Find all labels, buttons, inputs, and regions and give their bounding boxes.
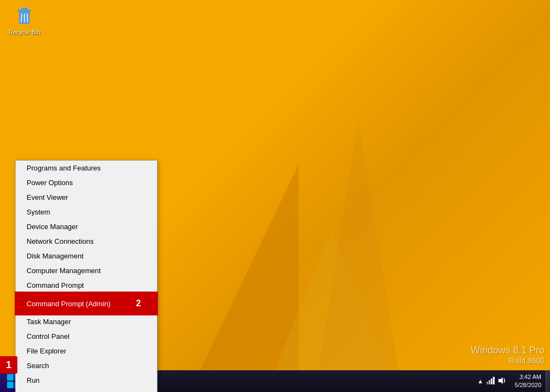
menu-item-shut-down-sign-out[interactable]: Shut down or sign out▶: [16, 388, 157, 392]
menu-item-label-event-viewer: Event Viewer: [27, 193, 68, 201]
svg-rect-17: [491, 378, 492, 384]
menu-item-control-panel[interactable]: Control Panel: [16, 329, 157, 344]
menu-item-label-network-connections: Network Connections: [27, 237, 94, 245]
recycle-bin-label: Recycle Bin: [9, 29, 40, 35]
svg-rect-15: [486, 382, 488, 384]
menu-item-badge-command-prompt-admin: 2: [131, 296, 146, 311]
menu-item-label-programs-features: Programs and Features: [27, 164, 101, 172]
menu-item-label-run: Run: [27, 376, 40, 384]
tray-chevron[interactable]: ▲: [477, 378, 483, 384]
menu-item-label-search: Search: [27, 362, 49, 370]
clock[interactable]: 3:42 AM 5/28/2020: [510, 373, 546, 390]
menu-item-programs-features[interactable]: Programs and Features: [16, 161, 157, 175]
desktop: Recycle Bin Programs and FeaturesPower O…: [0, 0, 550, 392]
menu-item-command-prompt[interactable]: Command Prompt: [16, 278, 157, 293]
menu-item-command-prompt-admin[interactable]: Command Prompt (Admin)2: [16, 293, 157, 314]
menu-item-system[interactable]: System: [16, 205, 157, 219]
menu-item-device-manager[interactable]: Device Manager: [16, 219, 157, 234]
svg-rect-1: [21, 8, 28, 10]
menu-item-label-task-manager: Task Manager: [27, 318, 71, 326]
start-step-badge: 1: [0, 356, 17, 374]
menu-item-network-connections[interactable]: Network Connections: [16, 234, 157, 249]
menu-item-label-device-manager: Device Manager: [27, 223, 78, 231]
windows-build: Build 9600: [471, 356, 545, 365]
context-menu: Programs and FeaturesPower OptionsEvent …: [15, 160, 157, 392]
windows-watermark: Windows 8.1 Pro Build 9600: [471, 345, 545, 365]
svg-line-3: [21, 14, 22, 22]
menu-item-label-file-explorer: File Explorer: [27, 347, 66, 355]
menu-item-label-command-prompt: Command Prompt: [27, 281, 84, 289]
svg-line-5: [27, 14, 28, 22]
menu-item-run[interactable]: Run: [16, 373, 157, 388]
tray-network-icon[interactable]: [486, 376, 495, 386]
tray-volume-icon[interactable]: [497, 376, 506, 386]
menu-item-computer-management[interactable]: Computer Management: [16, 263, 157, 278]
menu-item-disk-management[interactable]: Disk Management: [16, 249, 157, 263]
windows-edition: Windows 8.1 Pro: [471, 345, 545, 356]
recycle-bin-icon[interactable]: Recycle Bin: [5, 5, 43, 35]
recycle-bin-svg: [14, 5, 35, 27]
menu-item-label-command-prompt-admin: Command Prompt (Admin): [27, 300, 111, 308]
menu-item-label-computer-management: Computer Management: [27, 267, 101, 275]
svg-rect-18: [493, 377, 495, 384]
start-logo-bl: [7, 382, 14, 388]
menu-item-task-manager[interactable]: Task Manager: [16, 314, 157, 329]
start-logo-tl: [7, 374, 14, 381]
menu-item-label-control-panel: Control Panel: [27, 332, 69, 340]
menu-item-label-system: System: [27, 208, 50, 216]
svg-marker-19: [498, 377, 503, 384]
clock-time: 3:42 AM: [515, 373, 541, 381]
menu-item-event-viewer[interactable]: Event Viewer: [16, 190, 157, 205]
bg-shape-right2: [315, 121, 402, 392]
menu-item-file-explorer[interactable]: File Explorer: [16, 344, 157, 358]
menu-item-search[interactable]: Search: [16, 358, 157, 373]
menu-item-label-power-options: Power Options: [27, 179, 73, 187]
menu-item-label-disk-management: Disk Management: [27, 252, 84, 260]
show-desktop-button[interactable]: [546, 370, 550, 392]
menu-item-power-options[interactable]: Power Options: [16, 175, 157, 190]
svg-rect-16: [489, 380, 490, 384]
clock-date: 5/28/2020: [515, 381, 541, 389]
system-tray: ▲: [473, 376, 510, 386]
